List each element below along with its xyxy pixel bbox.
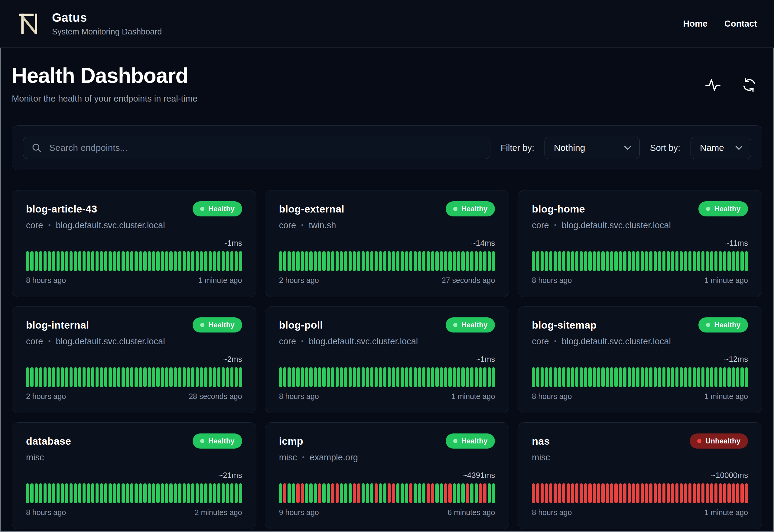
history-bar[interactable] [52,483,55,503]
history-bar[interactable] [353,483,356,503]
history-bar[interactable] [204,251,207,271]
history-bar[interactable] [235,483,238,503]
history-bar[interactable] [554,483,557,503]
history-bar[interactable] [309,483,312,503]
history-bar[interactable] [658,367,661,387]
history-bar[interactable] [684,483,687,503]
history-bar[interactable] [479,251,482,271]
history-bar[interactable] [736,251,739,271]
history-bar[interactable] [488,367,491,387]
history-bar[interactable] [453,251,456,271]
history-bar[interactable] [688,367,691,387]
history-bar[interactable] [584,251,587,271]
history-bar[interactable] [649,251,652,271]
history-bar[interactable] [169,483,172,503]
history-bar[interactable] [57,483,60,503]
history-bar[interactable] [461,251,464,271]
history-bar[interactable] [200,367,203,387]
history-bar[interactable] [309,251,312,271]
history-bar[interactable] [104,483,107,503]
history-bar[interactable] [636,251,639,271]
history-bar[interactable] [187,483,190,503]
history-bar[interactable] [545,251,548,271]
history-bar[interactable] [78,367,81,387]
history-bar[interactable] [183,251,186,271]
history-bar[interactable] [706,483,709,503]
history-bar[interactable] [217,483,220,503]
history-bar[interactable] [632,367,635,387]
history-bar[interactable] [675,367,678,387]
history-bar[interactable] [606,483,609,503]
history-bar[interactable] [440,251,443,271]
history-bar[interactable] [541,483,544,503]
history-bar[interactable] [554,367,557,387]
history-bar[interactable] [418,483,421,503]
history-bar[interactable] [440,483,443,503]
history-bar[interactable] [104,367,107,387]
history-bar[interactable] [309,367,312,387]
filter-select[interactable]: Nothing [545,137,640,159]
history-bar[interactable] [745,251,748,271]
history-bar[interactable] [301,367,304,387]
history-bar[interactable] [296,367,299,387]
history-bar[interactable] [344,367,347,387]
history-bar[interactable] [87,251,90,271]
history-bar[interactable] [139,251,142,271]
history-bar[interactable] [654,483,657,503]
history-bar[interactable] [549,367,552,387]
history-bar[interactable] [331,483,334,503]
history-bar[interactable] [196,251,199,271]
history-bar[interactable] [488,251,491,271]
history-bar[interactable] [475,367,478,387]
history-bar[interactable] [405,251,408,271]
history-bar[interactable] [567,251,570,271]
history-bar[interactable] [292,251,295,271]
history-bar[interactable] [226,483,229,503]
history-bar[interactable] [117,251,120,271]
history-bar[interactable] [292,483,295,503]
history-bar[interactable] [431,251,434,271]
history-bar[interactable] [745,483,748,503]
history-bar[interactable] [78,483,81,503]
history-bar[interactable] [675,483,678,503]
history-bar[interactable] [279,251,282,271]
history-bar[interactable] [545,483,548,503]
history-bar[interactable] [135,483,138,503]
history-bar[interactable] [623,483,626,503]
history-bar[interactable] [740,367,743,387]
history-bar[interactable] [288,483,291,503]
history-bar[interactable] [684,251,687,271]
history-bar[interactable] [109,251,112,271]
history-bar[interactable] [296,251,299,271]
history-bar[interactable] [396,251,399,271]
history-bar[interactable] [470,251,473,271]
history-bar[interactable] [422,251,425,271]
history-bar[interactable] [541,367,544,387]
history-bar[interactable] [706,251,709,271]
history-bar[interactable] [383,251,386,271]
history-bar[interactable] [479,367,482,387]
history-bar[interactable] [196,367,199,387]
history-bar[interactable] [213,483,216,503]
history-bar[interactable] [344,251,347,271]
history-bar[interactable] [230,251,233,271]
history-bar[interactable] [654,251,657,271]
history-bar[interactable] [61,483,64,503]
history-bar[interactable] [279,483,282,503]
history-bar[interactable] [680,483,683,503]
history-bar[interactable] [156,367,159,387]
history-bar[interactable] [427,251,430,271]
history-bar[interactable] [466,251,469,271]
nav-home[interactable]: Home [683,19,707,29]
history-bar[interactable] [353,251,356,271]
history-bar[interactable] [187,251,190,271]
history-bar[interactable] [405,483,408,503]
history-bar[interactable] [645,251,648,271]
history-bar[interactable] [453,367,456,387]
history-bar[interactable] [301,251,304,271]
history-bar[interactable] [710,367,713,387]
history-bar[interactable] [719,483,722,503]
endpoint-card[interactable]: blog-sitemap Healthy core • blog.default… [518,306,762,413]
history-bar[interactable] [727,251,730,271]
history-bar[interactable] [580,483,583,503]
